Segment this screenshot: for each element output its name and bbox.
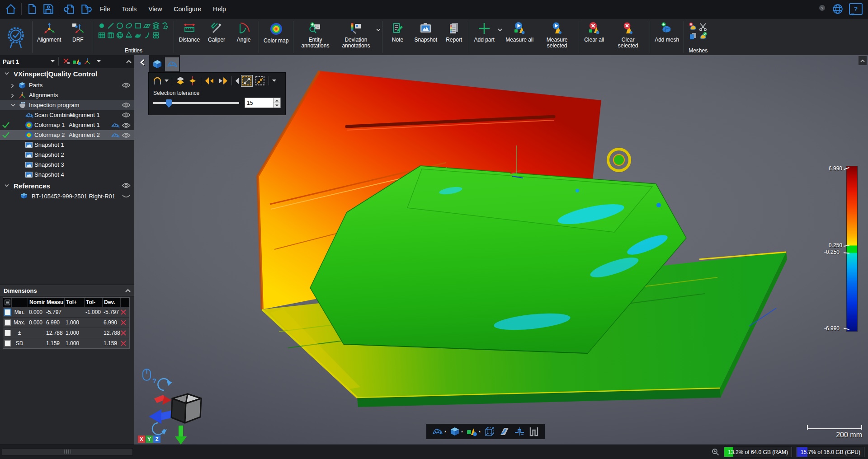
spin-up-icon[interactable] xyxy=(274,98,280,103)
collapse-panel-icon[interactable] xyxy=(126,60,132,63)
menu-tools[interactable]: Tools xyxy=(116,0,143,18)
tree-item-alignments[interactable]: Alignments xyxy=(0,90,134,100)
fail-x-icon[interactable] xyxy=(120,319,128,326)
circle-entity-icon[interactable] xyxy=(116,22,124,30)
tab-cad-view[interactable] xyxy=(150,57,164,71)
select-visible-icon[interactable] xyxy=(188,76,198,86)
visibility-eye-icon[interactable] xyxy=(122,102,131,108)
import-session-icon[interactable] xyxy=(61,2,78,16)
profile-button[interactable] xyxy=(528,426,539,437)
fail-x-icon[interactable] xyxy=(120,309,128,315)
alignment-button[interactable]: Alignment xyxy=(34,19,64,56)
cylinder-entity-icon[interactable] xyxy=(107,31,115,39)
menu-file[interactable]: File xyxy=(94,0,116,18)
tree-item-scan-combine[interactable]: Scan Combine Alignment 1 xyxy=(0,110,134,120)
line-entity-icon[interactable] xyxy=(107,22,115,30)
lasso-selection-icon[interactable] xyxy=(152,76,162,86)
tree-item-colormap-1[interactable]: Colormap 1 Alignment 1 xyxy=(0,120,134,130)
validate-mesh-icon[interactable] xyxy=(698,32,708,41)
save-icon[interactable] xyxy=(40,2,57,16)
cone-entity-icon[interactable] xyxy=(125,31,133,39)
tree-item-snapshot-3[interactable]: Snapshot 3 xyxy=(0,160,134,170)
scrollbar-grip[interactable] xyxy=(64,450,71,454)
row-checkbox[interactable] xyxy=(5,330,11,336)
cross-section-button[interactable] xyxy=(514,426,525,437)
snapshot-button[interactable]: Snapshot xyxy=(411,19,440,56)
row-checkbox[interactable] xyxy=(5,340,11,347)
collapse-section-icon[interactable] xyxy=(125,289,131,292)
selection-tolerance-spinbox[interactable] xyxy=(245,98,281,108)
clear-annotations-icon[interactable] xyxy=(62,57,71,66)
part-selector[interactable]: Part 1 xyxy=(3,58,19,65)
show-triad-icon[interactable] xyxy=(83,57,91,66)
previous-arrow-icon[interactable] xyxy=(235,77,239,85)
add-mesh-button[interactable]: Add mesh xyxy=(651,19,682,56)
add-part-button[interactable]: Add part xyxy=(471,19,498,56)
clipping-plane-button[interactable] xyxy=(499,426,510,437)
table-row-max[interactable]: Max. 0.000 6.990 1.000 6.990 xyxy=(3,317,129,328)
clear-all-button[interactable]: Clear all xyxy=(580,19,608,56)
view-options-dropdown-icon[interactable] xyxy=(97,60,101,63)
visibility-eye-icon[interactable] xyxy=(122,112,131,118)
spin-down-icon[interactable] xyxy=(274,103,280,108)
entities-display-button[interactable]: ▴ xyxy=(466,426,481,437)
right-panel-expand-icon[interactable] xyxy=(859,56,867,65)
table-row-min[interactable]: Min. 0.000 -5.797 -1.000 -5.797 xyxy=(3,307,129,317)
dimensions-panel-header[interactable]: Dimensions xyxy=(0,285,134,296)
table-row-sd[interactable]: SD 1.159 1.000 1.159 xyxy=(3,338,129,348)
navigation-cube[interactable] xyxy=(143,370,216,445)
freeform-entity-icon[interactable] xyxy=(161,22,169,30)
part-selector-dropdown-icon[interactable] xyxy=(51,60,55,63)
visibility-eye-icon[interactable] xyxy=(122,82,131,88)
zoom-magnifier-icon[interactable] xyxy=(712,448,719,456)
tab-mesh-view[interactable] xyxy=(165,57,179,71)
home-icon[interactable] xyxy=(3,2,19,16)
tree-root-node[interactable]: VXinspect|Quality Control xyxy=(0,69,134,80)
distance-button[interactable]: Distance xyxy=(175,19,203,56)
layers-entity-icon[interactable] xyxy=(152,22,160,30)
slot-entity-icon[interactable] xyxy=(152,31,160,39)
select-through-icon[interactable] xyxy=(175,76,185,86)
color-map-button[interactable]: Color map xyxy=(260,19,292,56)
collapse-chevron-icon[interactable] xyxy=(11,103,15,107)
swap-selection-icon[interactable] xyxy=(217,76,228,86)
row-checkbox[interactable] xyxy=(4,309,11,316)
tree-item-inspection-program[interactable]: Inspection program xyxy=(0,100,134,110)
surface-entity-icon[interactable] xyxy=(134,31,142,39)
cad-display-button[interactable]: ▴ xyxy=(449,426,463,437)
help-chat-icon[interactable]: ? xyxy=(849,3,863,15)
grow-selection-icon[interactable] xyxy=(241,75,252,86)
split-mesh-scissors-icon[interactable] xyxy=(698,22,708,31)
fail-x-icon[interactable] xyxy=(120,330,128,336)
collapse-chevron-icon[interactable] xyxy=(5,184,9,187)
note-button[interactable]: Note xyxy=(384,19,411,56)
visibility-eye-icon[interactable] xyxy=(122,122,131,128)
show-entities-icon[interactable] xyxy=(72,57,81,66)
tree-item-colormap-2[interactable]: Colormap 2 Alignment 2 xyxy=(0,130,134,140)
collapse-viewport-panel-icon[interactable] xyxy=(140,59,145,66)
selection-mode-dropdown-icon[interactable] xyxy=(165,80,169,82)
duplicate-mesh-icon[interactable] xyxy=(689,32,698,41)
measure-selected-button[interactable]: Measure selected xyxy=(537,19,577,56)
new-document-icon[interactable] xyxy=(24,2,40,16)
slider-thumb[interactable] xyxy=(166,99,172,108)
collapse-chevron-icon[interactable] xyxy=(5,72,9,75)
selection-tolerance-input[interactable] xyxy=(245,98,273,108)
table-row-plusminus[interactable]: ± 12.788 1.000 12.788 xyxy=(3,328,129,338)
visibility-eye-icon[interactable] xyxy=(122,132,131,138)
plane-entity-icon[interactable] xyxy=(143,22,151,30)
visibility-eye-icon[interactable] xyxy=(122,183,131,188)
report-button[interactable]: Report xyxy=(440,19,467,56)
curve-entity-icon[interactable] xyxy=(143,31,151,39)
entity-annotations-button[interactable]: Entity annotations xyxy=(295,19,335,56)
fail-x-icon[interactable] xyxy=(120,340,128,347)
language-globe-icon[interactable]: ? xyxy=(832,3,844,15)
drf-button[interactable]: DRF xyxy=(64,19,91,56)
grid-entity-icon[interactable] xyxy=(98,31,106,39)
bounding-box-button[interactable] xyxy=(484,426,495,437)
measure-all-button[interactable]: Measure all xyxy=(502,19,537,56)
rectangle-entity-icon[interactable] xyxy=(134,22,142,30)
tree-item-snapshot-2[interactable]: Snapshot 2 xyxy=(0,150,134,160)
mesh-display-button[interactable]: ▴ xyxy=(432,426,446,437)
selection-tolerance-slider[interactable] xyxy=(153,102,239,104)
